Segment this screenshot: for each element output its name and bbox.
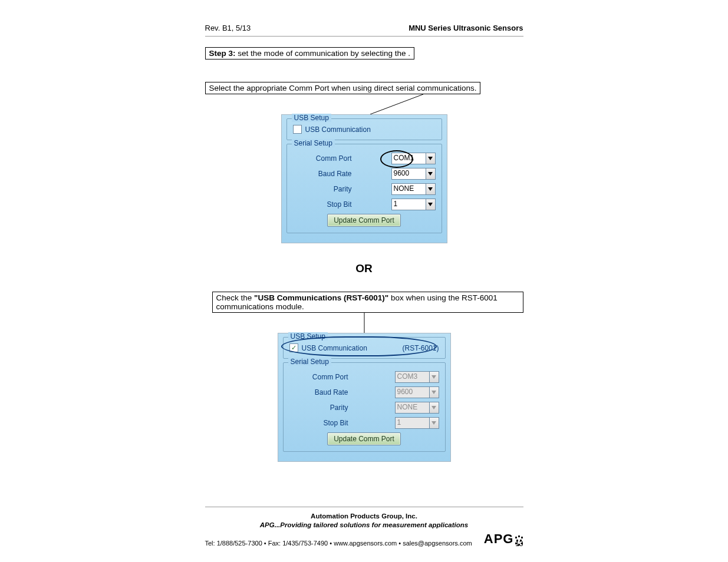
dropdown-arrow-icon [426, 199, 436, 210]
baud-rate-label: Baud Rate [293, 170, 358, 178]
apg-logo-text: APG [484, 531, 514, 547]
page-header: Rev. B1, 5/13 MNU Series Ultrasonic Sens… [205, 24, 523, 37]
page-number: 13 [515, 540, 523, 548]
usb-comm-label: USB Communication [302, 344, 367, 352]
footer-bottom-row: Tel: 1/888/525-7300 • Fax: 1/435/753-749… [205, 531, 523, 547]
footer-company: Automation Products Group, Inc. [205, 512, 523, 521]
serial-setup-title: Serial Setup [292, 139, 335, 147]
dropdown-arrow-icon [426, 183, 436, 195]
dropdown-arrow-icon [429, 417, 439, 429]
comm-port-dropdown: COM3 [395, 371, 439, 383]
content-column: Rev. B1, 5/13 MNU Series Ultrasonic Sens… [205, 24, 523, 462]
baud-rate-dropdown: 9600 [395, 386, 439, 398]
usb-setup-group: USB Setup USB Communication [286, 118, 442, 140]
step-instruction-box: Step 3: set the mode of communication by… [205, 47, 414, 59]
comm-port-dropdown[interactable]: COM1 [391, 153, 436, 164]
update-comm-port-button[interactable]: Update Comm Port [327, 214, 401, 227]
usb-comm-checkbox[interactable] [293, 125, 302, 134]
footer-tagline: APG...Providing tailored solutions for m… [205, 521, 523, 530]
stop-bit-label: Stop Bit [289, 419, 354, 427]
comm-port-row: Comm Port COM3 [289, 371, 439, 383]
baud-rate-value: 9600 [391, 168, 426, 180]
callout-note-2: Check the "USB Communications (RST-6001)… [212, 292, 523, 313]
callout-note-2-bold: "USB Communications (RST-6001)" [254, 293, 388, 302]
baud-rate-label: Baud Rate [289, 388, 354, 396]
usb-setup-group: USB Setup ✓ USB Communication (RST-6001) [283, 337, 446, 359]
baud-rate-row: Baud Rate 9600 [289, 386, 439, 398]
parity-dropdown[interactable]: NONE [391, 183, 436, 195]
comm-port-label: Comm Port [289, 373, 354, 381]
svg-marker-2 [428, 172, 433, 176]
svg-marker-4 [428, 203, 433, 206]
stop-bit-value: 1 [395, 417, 429, 429]
serial-setup-group: Serial Setup Comm Port COM1 Baud Rate 96… [286, 144, 442, 233]
callout-arrow-2 [276, 313, 453, 333]
callout-note-1-text: Select the appropriate Comm Port when us… [209, 84, 477, 92]
footer-contact: Tel: 1/888/525-7300 • Fax: 1/435/753-749… [205, 540, 472, 547]
svg-marker-3 [428, 187, 433, 191]
parity-row: Parity NONE [289, 402, 439, 414]
usb-setup-title: USB Setup [288, 332, 328, 340]
usb-setup-title: USB Setup [292, 114, 331, 122]
comm-port-row: Comm Port COM1 [293, 153, 436, 164]
dropdown-arrow-icon [429, 371, 439, 383]
stop-bit-dropdown: 1 [395, 417, 439, 429]
update-comm-port-button[interactable]: Update Comm Port [327, 432, 401, 445]
dropdown-arrow-icon [426, 153, 436, 164]
callout-note-2-pre: Check the [216, 293, 255, 302]
usb-comm-row: ✓ USB Communication (RST-6001) [289, 343, 439, 352]
comm-settings-panel-usb: USB Setup ✓ USB Communication (RST-6001)… [278, 333, 451, 462]
svg-marker-6 [431, 375, 436, 379]
page-footer: Automation Products Group, Inc. APG...Pr… [205, 507, 523, 547]
stop-bit-dropdown[interactable]: 1 [391, 199, 436, 210]
step-label: Step 3: [209, 49, 236, 58]
svg-marker-8 [431, 406, 436, 409]
usb-comm-row: USB Communication [293, 125, 436, 134]
step-text: set the mode of communication by selecti… [236, 49, 410, 58]
parity-label: Parity [289, 404, 354, 412]
parity-value: NONE [395, 402, 429, 414]
baud-rate-row: Baud Rate 9600 [293, 168, 436, 180]
baud-rate-value: 9600 [395, 386, 429, 398]
parity-row: Parity NONE [293, 183, 436, 195]
doc-title: MNU Series Ultrasonic Sensors [409, 24, 523, 32]
document-page: Rev. B1, 5/13 MNU Series Ultrasonic Sens… [0, 0, 728, 562]
svg-marker-7 [431, 391, 436, 394]
stop-bit-value: 1 [391, 199, 426, 210]
usb-comm-label: USB Communication [305, 125, 371, 134]
footer-center: Automation Products Group, Inc. APG...Pr… [205, 512, 523, 530]
dropdown-arrow-icon [429, 386, 439, 398]
svg-marker-1 [428, 157, 433, 160]
or-separator: OR [205, 262, 523, 275]
parity-label: Parity [293, 185, 358, 193]
dropdown-arrow-icon [426, 168, 436, 180]
comm-port-value: COM3 [395, 371, 429, 383]
comm-port-value: COM1 [391, 153, 426, 164]
callout-note-1: Select the appropriate Comm Port when us… [205, 82, 481, 94]
usb-comm-checkbox[interactable]: ✓ [289, 343, 298, 352]
stop-bit-row: Stop Bit 1 [289, 417, 439, 429]
parity-dropdown: NONE [395, 402, 439, 414]
revision-text: Rev. B1, 5/13 [205, 24, 251, 32]
serial-setup-title: Serial Setup [288, 358, 331, 366]
comm-settings-panel-serial: USB Setup USB Communication Serial Setup… [281, 114, 447, 243]
serial-setup-group: Serial Setup Comm Port COM3 Baud Rate 96… [283, 362, 446, 452]
callout-arrow-1 [276, 94, 453, 114]
comm-port-label: Comm Port [293, 154, 358, 163]
svg-line-0 [370, 94, 423, 114]
stop-bit-label: Stop Bit [293, 200, 358, 209]
parity-value: NONE [391, 183, 426, 195]
baud-rate-dropdown[interactable]: 9600 [391, 168, 436, 180]
svg-marker-9 [431, 421, 436, 425]
stop-bit-row: Stop Bit 1 [293, 199, 436, 210]
dropdown-arrow-icon [429, 402, 439, 414]
rst-model-text: (RST-6001) [402, 344, 439, 352]
